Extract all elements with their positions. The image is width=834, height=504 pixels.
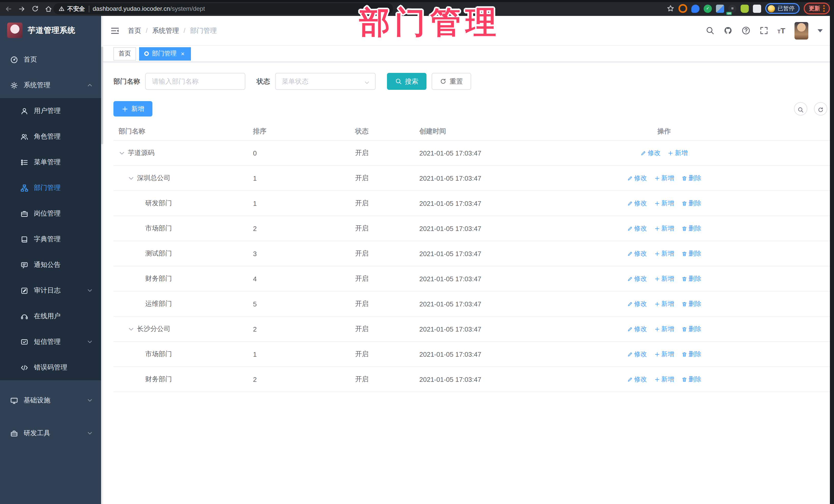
extension-grid[interactable] — [716, 4, 724, 13]
browser-scrollbar[interactable] — [830, 0, 834, 504]
sidebar-item-monitor[interactable]: 基础设施 — [0, 388, 101, 413]
reset-button[interactable]: 重置 — [432, 73, 471, 90]
action-trash[interactable]: 删除 — [681, 174, 701, 182]
action-pencil[interactable]: 修改 — [627, 325, 647, 333]
action-label: 修改 — [634, 350, 647, 358]
action-trash[interactable]: 删除 — [681, 350, 701, 358]
browser-home-icon[interactable] — [44, 5, 53, 13]
browser-forward-icon[interactable] — [18, 5, 26, 13]
action-trash[interactable]: 删除 — [681, 300, 701, 308]
action-pencil[interactable]: 修改 — [627, 199, 647, 207]
sidebar-item-notice[interactable]: 通知公告 — [0, 252, 101, 278]
dept-name-text: 研发部门 — [145, 199, 172, 208]
sidebar-item-tree[interactable]: 菜单管理 — [0, 149, 101, 175]
dept-name-input[interactable]: 请输入部门名称 — [145, 73, 245, 90]
action-pencil[interactable]: 修改 — [640, 149, 660, 157]
action-pencil[interactable]: 修改 — [627, 174, 647, 182]
action-pencil[interactable]: 修改 — [627, 375, 647, 384]
sidebar-item-online[interactable]: 在线用户 — [0, 303, 101, 329]
action-plus[interactable]: 新增 — [654, 249, 674, 258]
fullscreen-icon[interactable] — [759, 26, 768, 35]
breadcrumb-separator: / — [183, 27, 185, 35]
profile-paused-badge[interactable]: 已暂停 — [765, 3, 799, 14]
action-plus[interactable]: 新增 — [654, 274, 674, 283]
avatar-caret-icon[interactable] — [817, 29, 823, 32]
action-label: 删除 — [688, 300, 701, 308]
sidebar-item-dashboard[interactable]: 首页 — [0, 47, 101, 72]
show-search-button[interactable] — [794, 102, 807, 115]
sidebar-item-users[interactable]: 角色管理 — [0, 124, 101, 149]
action-plus[interactable]: 新增 — [668, 149, 688, 157]
sidebar-item-user[interactable]: 用户管理 — [0, 98, 101, 124]
tags-view-bar: 首页部门管理× — [103, 46, 834, 62]
action-trash[interactable]: 删除 — [681, 325, 701, 333]
extension-green-check[interactable]: ✓ — [704, 4, 712, 13]
expand-chevron-icon[interactable] — [128, 175, 134, 181]
action-trash[interactable]: 删除 — [681, 274, 701, 283]
action-label: 修改 — [634, 274, 647, 283]
browser-reload-icon[interactable] — [31, 5, 40, 13]
action-plus[interactable]: 新增 — [654, 224, 674, 233]
extension-list-on[interactable]: ≡on — [728, 4, 737, 13]
dept-table: 部门名称排序状态创建时间操作 芋道源码0开启2021-01-05 17:03:4… — [113, 123, 830, 392]
browser-menu-icon[interactable] — [823, 5, 825, 12]
sidebar-item-toolbox[interactable]: 研发工具 — [0, 420, 101, 446]
action-label: 修改 — [634, 224, 647, 233]
address-bar[interactable]: 不安全 dashboard.yudao.iocoder.cn/system/de… — [53, 3, 393, 14]
extension-orange-ring[interactable] — [679, 4, 687, 13]
sidebar-item-gear[interactable]: 系统管理 — [0, 72, 101, 98]
add-button[interactable]: 新增 — [113, 101, 152, 116]
action-plus[interactable]: 新增 — [654, 350, 674, 358]
action-plus[interactable]: 新增 — [654, 325, 674, 333]
breadcrumb-item[interactable]: 系统管理 — [152, 26, 179, 35]
action-plus[interactable]: 新增 — [654, 174, 674, 182]
action-pencil[interactable]: 修改 — [627, 249, 647, 258]
action-pencil[interactable]: 修改 — [627, 224, 647, 233]
action-trash[interactable]: 删除 — [681, 199, 701, 207]
sidebar-item-audit[interactable]: 审计日志 — [0, 278, 101, 303]
action-pencil[interactable]: 修改 — [627, 300, 647, 308]
action-plus[interactable]: 新增 — [654, 375, 674, 384]
expand-chevron-icon[interactable] — [118, 150, 125, 156]
help-icon[interactable] — [741, 26, 750, 35]
sidebar-item-sms[interactable]: 短信管理 — [0, 329, 101, 355]
column-header-3: 状态 — [350, 127, 414, 136]
extension-puzzle[interactable] — [753, 4, 761, 13]
action-pencil[interactable]: 修改 — [627, 274, 647, 283]
expand-chevron-icon[interactable] — [128, 326, 134, 332]
search-button[interactable]: 搜索 — [387, 73, 426, 90]
extension-blue-pin[interactable] — [691, 4, 700, 13]
action-plus[interactable]: 新增 — [654, 199, 674, 207]
action-trash[interactable]: 删除 — [681, 249, 701, 258]
action-trash[interactable]: 删除 — [681, 375, 701, 384]
tab-首页[interactable]: 首页 — [113, 47, 136, 60]
sidebar-item-code[interactable]: 错误码管理 — [0, 355, 101, 380]
status-select[interactable]: 菜单状态 — [275, 73, 376, 90]
bookmark-star-icon[interactable] — [667, 5, 674, 12]
action-trash[interactable]: 删除 — [681, 224, 701, 233]
sidebar-item-book[interactable]: 字典管理 — [0, 226, 101, 252]
breadcrumb-item[interactable]: 首页 — [128, 26, 141, 35]
column-header-1: 部门名称 — [113, 127, 248, 136]
action-label: 删除 — [688, 249, 701, 258]
sidebar-scrollbar[interactable] — [101, 16, 103, 504]
refresh-table-button[interactable] — [814, 102, 827, 115]
browser-back-icon[interactable] — [4, 5, 13, 13]
pencil-icon — [627, 326, 633, 332]
sidebar-item-org[interactable]: 部门管理 — [0, 175, 101, 201]
action-pencil[interactable]: 修改 — [627, 350, 647, 358]
sidebar-item-briefcase[interactable]: 岗位管理 — [0, 201, 101, 226]
user-avatar[interactable] — [794, 22, 808, 39]
extension-green-bot[interactable] — [741, 4, 749, 13]
tab-部门管理[interactable]: 部门管理× — [139, 47, 191, 60]
security-warning[interactable]: 不安全 — [59, 5, 85, 13]
plus-icon — [654, 301, 660, 307]
search-icon[interactable] — [705, 26, 714, 35]
github-icon[interactable] — [723, 26, 732, 35]
browser-update-button[interactable]: 更新 — [804, 3, 830, 14]
action-label: 删除 — [688, 375, 701, 384]
font-size-icon[interactable]: TT — [777, 27, 785, 35]
close-icon[interactable]: × — [180, 50, 186, 57]
sidebar-collapse-icon[interactable] — [110, 26, 119, 35]
action-plus[interactable]: 新增 — [654, 300, 674, 308]
